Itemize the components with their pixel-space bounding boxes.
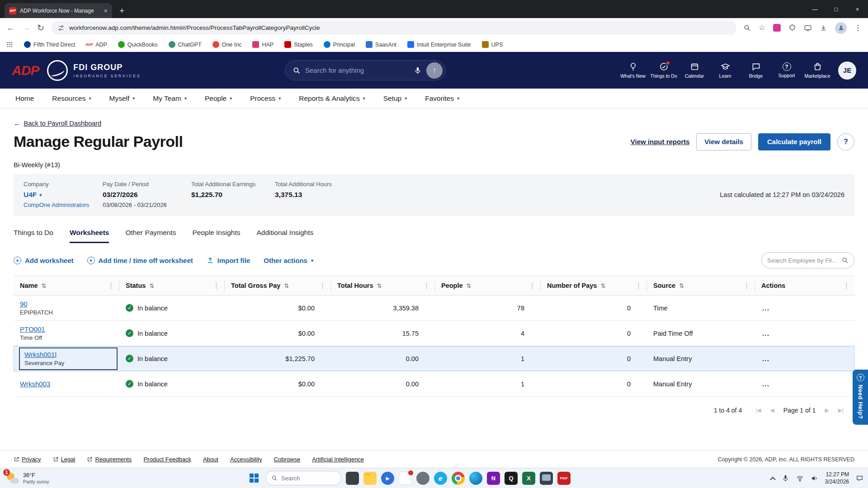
taskbar-app-quickbooks-desktop[interactable]: Q (505, 472, 518, 485)
column-menu-icon[interactable]: ⋮ (529, 282, 536, 290)
last-page-icon[interactable]: ▶| (838, 407, 844, 413)
browser-menu-icon[interactable]: ⋮ (854, 23, 862, 32)
mic-icon[interactable] (414, 66, 422, 75)
bookmark-item[interactable]: QuickBooks (118, 41, 158, 48)
start-button[interactable] (250, 474, 259, 483)
column-header-source[interactable]: Source⇅⋮ (647, 280, 755, 291)
row-actions-button[interactable]: ... (755, 305, 854, 312)
view-details-button[interactable]: View details (696, 133, 751, 150)
footer-link-artificial-intelligence[interactable]: Artificial Intelligence (312, 456, 364, 463)
bridge-button[interactable]: Bridge (741, 62, 770, 79)
prev-page-icon[interactable]: ◀ (770, 407, 774, 413)
wifi-icon[interactable] (796, 474, 804, 482)
marketplace-button[interactable]: Marketplace (803, 62, 832, 79)
bookmark-item[interactable]: Principal (324, 41, 355, 48)
employee-search-input[interactable] (767, 257, 841, 264)
footer-link-legal[interactable]: Legal (53, 456, 75, 463)
taskbar-clock[interactable]: 12:27 PM 3/24/2026 (825, 471, 849, 485)
global-search[interactable]: ↑ (285, 60, 446, 80)
footer-link-accessibility[interactable]: Accessibility (230, 456, 262, 463)
lens-search-icon[interactable] (743, 24, 751, 32)
taskbar-app-media[interactable]: ▶ (381, 472, 394, 485)
back-icon[interactable]: ← (6, 23, 15, 32)
company-selector[interactable]: U4F▾ (24, 191, 103, 199)
column-header-number-of-pays[interactable]: Number of Pays⇅⋮ (541, 280, 647, 291)
calculate-payroll-button[interactable]: Calculate payroll (758, 133, 830, 150)
sort-icon[interactable]: ⇅ (679, 282, 684, 289)
sort-icon[interactable]: ⇅ (377, 282, 382, 289)
calendar-button[interactable]: Calendar (680, 62, 709, 79)
bookmark-star-icon[interactable]: ☆ (759, 23, 765, 33)
taskbar-app-edge[interactable] (469, 472, 482, 485)
bookmark-item[interactable]: UPS (482, 41, 503, 48)
nav-item-favorites[interactable]: Favorites▾ (425, 94, 459, 103)
taskbar-app-store[interactable] (399, 472, 412, 485)
column-menu-icon[interactable]: ⋮ (423, 282, 430, 290)
download-icon[interactable] (820, 24, 827, 32)
url-bar[interactable]: workforcenow.adp.com/theme/admin.html#/P… (51, 21, 736, 35)
employee-search[interactable] (761, 252, 854, 268)
column-header-gross-pay[interactable]: Total Gross Pay⇅⋮ (225, 280, 331, 291)
back-to-dashboard-link[interactable]: ← Back to Payroll Dashboard (14, 120, 101, 127)
column-menu-icon[interactable]: ⋮ (319, 282, 326, 290)
apps-grid-icon[interactable] (6, 41, 13, 48)
next-page-icon[interactable]: ▶ (825, 407, 829, 413)
company-name-link[interactable]: CompOne Administrators (24, 202, 103, 208)
column-header-total-hours[interactable]: Total Hours⇅⋮ (331, 280, 435, 291)
tab-other-payments[interactable]: Other Payments (125, 229, 176, 243)
first-page-icon[interactable]: |◀ (755, 407, 761, 413)
nav-item-myself[interactable]: Myself▾ (109, 94, 135, 103)
footer-link-cobrowse[interactable]: Cobrowse (274, 456, 301, 463)
sort-icon[interactable]: ⇅ (149, 282, 154, 289)
taskbar-app-excel[interactable]: X (522, 472, 535, 485)
taskbar-app-settings[interactable] (416, 472, 429, 485)
worksheet-name-link[interactable]: Wrksh001 (24, 351, 55, 358)
window-close-icon[interactable]: × (847, 0, 868, 18)
things-to-do-button[interactable]: Things to Do (649, 62, 678, 79)
taskbar-search-input[interactable] (281, 475, 335, 482)
bookmark-item[interactable]: HAP (252, 41, 274, 48)
reload-icon[interactable]: ↻ (37, 23, 44, 32)
learn-button[interactable]: Learn (711, 62, 740, 79)
add-worksheet-button[interactable]: + Add worksheet (14, 257, 74, 264)
bookmark-item[interactable]: ChatGPT (169, 41, 202, 48)
worksheet-name-edit-field[interactable]: Wrksh001 Severance Pay (19, 347, 118, 370)
window-maximize-icon[interactable]: □ (826, 0, 847, 18)
speaker-icon[interactable] (811, 474, 818, 482)
footer-link-about[interactable]: About (203, 456, 218, 463)
column-menu-icon[interactable]: ⋮ (108, 282, 114, 290)
device-cast-icon[interactable] (804, 24, 812, 32)
column-header-actions[interactable]: Actions⋮ (755, 280, 854, 291)
footer-link-requirements[interactable]: Requirements (87, 456, 132, 463)
table-row[interactable]: PTO001Time Off ✓In balance $0.00 15.75 4… (14, 321, 854, 346)
notification-center-icon[interactable] (856, 474, 863, 482)
weather-widget[interactable]: 1 36°F Partly sunny (0, 471, 55, 485)
help-button[interactable]: ? (837, 133, 854, 150)
column-header-status[interactable]: Status⇅⋮ (119, 280, 225, 291)
global-search-input[interactable] (305, 66, 409, 74)
tab-additional-insights[interactable]: Additional Insights (256, 229, 313, 243)
nav-item-setup[interactable]: Setup▾ (383, 94, 407, 103)
search-icon[interactable] (841, 257, 849, 264)
new-tab-icon[interactable]: + (119, 6, 124, 15)
tab-worksheets[interactable]: Worksheets (70, 229, 109, 243)
need-help-button[interactable]: ? Need Help? (853, 370, 868, 425)
search-submit-icon[interactable]: ↑ (426, 62, 443, 79)
bookmark-item[interactable]: ADPADP (86, 41, 107, 48)
column-menu-icon[interactable]: ⋮ (213, 282, 220, 290)
whats-new-button[interactable]: What's New (618, 62, 647, 79)
column-header-name[interactable]: Name⇅⋮ (14, 280, 119, 291)
bookmark-item[interactable]: Staples (284, 41, 313, 48)
site-settings-icon[interactable] (57, 24, 65, 32)
adp-logo[interactable]: ADP (12, 63, 39, 78)
bookmark-item[interactable]: Fifth Third Direct (24, 41, 75, 48)
user-avatar[interactable]: JE (838, 61, 856, 80)
column-menu-icon[interactable]: ⋮ (635, 282, 642, 290)
bookmark-item[interactable]: Intuit Enterprise Suite (407, 41, 471, 48)
taskbar-app-snipping-tool[interactable] (346, 472, 359, 485)
column-menu-icon[interactable]: ⋮ (743, 282, 750, 290)
taskbar-app-remote-desktop[interactable] (540, 472, 553, 485)
sort-icon[interactable]: ⇅ (467, 282, 472, 289)
tab-people-insights[interactable]: People Insights (192, 229, 240, 243)
footer-link-product-feedback[interactable]: Product Feedback (143, 456, 191, 463)
